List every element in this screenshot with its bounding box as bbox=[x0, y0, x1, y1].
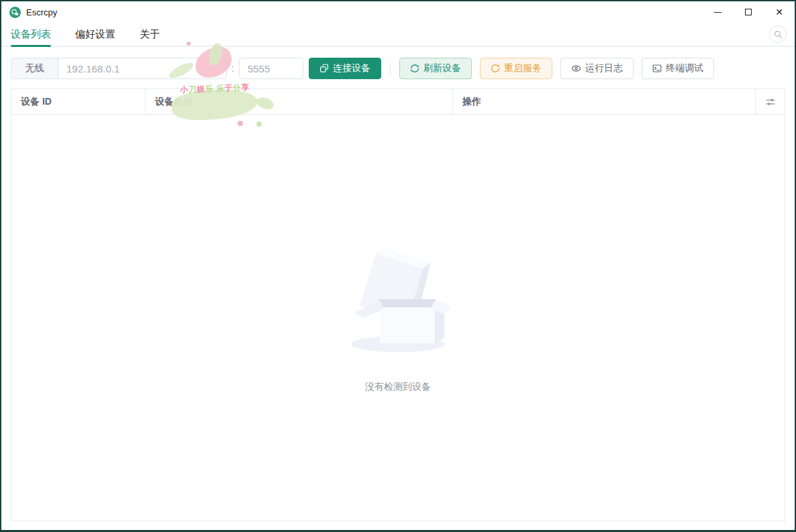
port-separator: : bbox=[232, 63, 234, 74]
ip-address-input[interactable] bbox=[58, 58, 227, 79]
search-icon bbox=[774, 30, 783, 39]
refresh-right-icon bbox=[491, 64, 500, 73]
sliders-icon[interactable] bbox=[765, 97, 776, 107]
column-device-id: 设备 ID bbox=[11, 89, 146, 114]
table-body-empty-state: 没有检测到设备 bbox=[11, 115, 785, 521]
toolbar-divider bbox=[390, 62, 391, 74]
tab-label: 设备列表 bbox=[11, 28, 51, 41]
run-logs-label: 运行日志 bbox=[585, 62, 623, 74]
maximize-icon bbox=[745, 9, 752, 15]
tab-about[interactable]: 关于 bbox=[140, 23, 160, 46]
window-controls: ✕ bbox=[702, 1, 795, 23]
column-actions: 操作 bbox=[453, 89, 756, 114]
column-device-name: 设备名称 bbox=[146, 89, 453, 114]
run-logs-button[interactable]: 运行日志 bbox=[560, 58, 634, 79]
restart-service-button[interactable]: 重启服务 bbox=[480, 58, 552, 79]
minimize-icon bbox=[714, 12, 722, 13]
close-button[interactable]: ✕ bbox=[764, 1, 795, 23]
escrcpy-window: { "window": { "title": "Escrcpy", "contr… bbox=[0, 0, 796, 532]
column-settings-cell bbox=[756, 89, 785, 114]
refresh-devices-label: 刷新设备 bbox=[424, 62, 461, 74]
tab-bar: 设备列表 偏好设置 关于 bbox=[1, 23, 795, 47]
titlebar: Escrcpy ✕ bbox=[1, 1, 795, 23]
terminal-debug-label: 终端调试 bbox=[666, 62, 703, 74]
search-button[interactable] bbox=[769, 25, 787, 43]
tab-label: 关于 bbox=[140, 28, 160, 41]
empty-state-text: 没有检测到设备 bbox=[365, 381, 431, 393]
eye-icon bbox=[571, 64, 581, 73]
wireless-label: 无线 bbox=[11, 58, 58, 79]
table-header: 设备 ID 设备名称 操作 bbox=[11, 89, 785, 115]
connection-toolbar: 无线 : 连接设备 刷新设备 重启服务 运行日志 bbox=[1, 58, 795, 79]
tab-preferences[interactable]: 偏好设置 bbox=[75, 23, 115, 46]
connect-device-button[interactable]: 连接设备 bbox=[309, 58, 381, 79]
window-title: Escrcpy bbox=[26, 7, 57, 17]
close-icon: ✕ bbox=[775, 7, 783, 17]
terminal-debug-button[interactable]: 终端调试 bbox=[642, 58, 714, 79]
maximize-button[interactable] bbox=[733, 1, 764, 23]
tab-label: 偏好设置 bbox=[75, 28, 115, 41]
refresh-devices-button[interactable]: 刷新设备 bbox=[399, 58, 472, 79]
empty-box-illustration bbox=[344, 243, 452, 356]
device-table: 设备 ID 设备名称 操作 没有检测到设备 bbox=[11, 89, 785, 521]
port-input[interactable] bbox=[239, 58, 303, 79]
connection-icon bbox=[319, 64, 329, 73]
minimize-button[interactable] bbox=[702, 1, 733, 23]
tab-device-list[interactable]: 设备列表 bbox=[11, 23, 51, 46]
terminal-icon bbox=[652, 64, 662, 73]
app-logo-icon bbox=[9, 7, 21, 18]
connect-device-label: 连接设备 bbox=[333, 62, 370, 74]
refresh-icon bbox=[410, 64, 419, 73]
restart-service-label: 重启服务 bbox=[504, 62, 542, 74]
